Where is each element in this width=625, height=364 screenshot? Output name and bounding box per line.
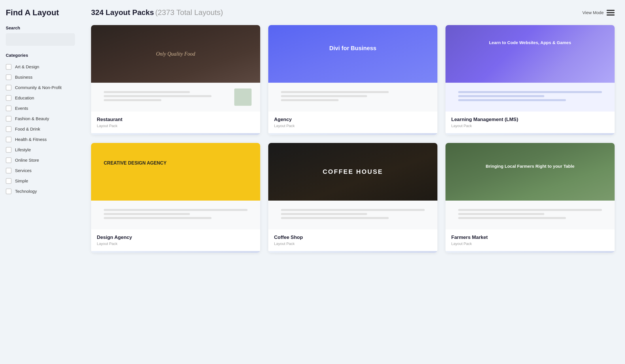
card-info-restaurant: Restaurant Layout Pack [91,112,260,133]
card-thumb-image-agency [268,25,437,83]
search-input[interactable] [6,33,75,46]
category-checkbox-fashion-beauty[interactable] [6,116,12,122]
category-checkbox-business[interactable] [6,74,12,80]
category-label-fashion-beauty: Fashion & Beauty [15,116,49,122]
category-label-lifestyle: Lifestyle [15,147,31,153]
card-subtitle-restaurant: Layout Pack [97,124,254,128]
category-label-art-design: Art & Design [15,64,39,70]
category-item-business[interactable]: Business [6,72,75,82]
preview-lines [104,91,248,103]
card-subtitle-coffee-shop: Layout Pack [274,242,432,246]
category-item-fashion-beauty[interactable]: Fashion & Beauty [6,114,75,124]
preview-img-small [234,88,252,106]
preview-line [281,213,367,215]
category-label-community-non-profit: Community & Non-Profit [15,85,62,90]
category-label-business: Business [15,74,33,80]
category-checkbox-health-fitness[interactable] [6,137,12,142]
categories-list: Art & Design Business Community & Non-Pr… [6,62,75,197]
card-bottom-accent [91,133,260,135]
category-item-technology[interactable]: Technology [6,186,75,197]
view-mode-button[interactable]: View Mode [582,10,615,16]
card-thumb-image-design-agency [91,143,260,201]
category-checkbox-events[interactable] [6,105,12,111]
card-title-coffee-shop: Coffee Shop [274,235,432,240]
category-item-events[interactable]: Events [6,103,75,114]
card-subtitle-agency: Layout Pack [274,124,432,128]
category-item-art-design[interactable]: Art & Design [6,62,75,72]
card-design-agency[interactable]: Design Agency Layout Pack [91,143,260,253]
category-label-services: Services [15,168,32,173]
category-item-food-drink[interactable]: Food & Drink [6,124,75,134]
preview-line [458,213,544,215]
preview-lines [104,209,248,221]
card-preview-restaurant [91,83,260,112]
preview-line [458,91,602,93]
category-label-health-fitness: Health & Fitness [15,137,47,142]
preview-line [104,99,161,101]
category-label-food-drink: Food & Drink [15,126,40,132]
card-thumbnail-lms [445,25,615,83]
card-farmers-market[interactable]: Farmers Market Layout Pack [445,143,615,253]
preview-line [281,91,389,93]
category-item-online-store[interactable]: Online Store [6,155,75,165]
card-info-agency: Agency Layout Pack [268,112,437,133]
preview-lines [458,209,602,221]
category-checkbox-art-design[interactable] [6,64,12,70]
card-coffee-shop[interactable]: Coffee Shop Layout Pack [268,143,437,253]
layout-count: 324 Layout Packs [91,8,154,17]
card-bottom-accent [91,251,260,253]
category-item-education[interactable]: Education [6,93,75,103]
preview-line [281,217,389,219]
main-header: 324 Layout Packs (2373 Total Layouts) Vi… [91,8,615,17]
card-bottom-accent [268,133,437,135]
card-thumbnail-agency [268,25,437,83]
card-info-lms: Learning Management (LMS) Layout Pack [445,112,615,133]
preview-line [458,95,544,97]
preview-line [458,217,566,219]
category-checkbox-online-store[interactable] [6,157,12,163]
layout-total: (2373 Total Layouts) [155,8,223,17]
page-title: Find A Layout [6,8,75,17]
category-checkbox-food-drink[interactable] [6,126,12,132]
card-thumb-image-lms [445,25,615,83]
card-title-farmers-market: Farmers Market [451,235,609,240]
preview-line [104,91,190,93]
category-item-simple[interactable]: Simple [6,176,75,186]
view-mode-label: View Mode [582,10,604,15]
category-checkbox-services[interactable] [6,168,12,173]
category-item-community-non-profit[interactable]: Community & Non-Profit [6,82,75,93]
category-checkbox-education[interactable] [6,95,12,101]
preview-line [458,99,566,101]
card-title-restaurant: Restaurant [97,117,254,122]
preview-lines [281,209,425,221]
card-lms[interactable]: Learning Management (LMS) Layout Pack [445,25,615,135]
preview-lines [281,91,425,103]
category-checkbox-technology[interactable] [6,188,12,194]
sidebar: Find A Layout Search Categories Art & De… [0,0,81,364]
card-subtitle-farmers-market: Layout Pack [451,242,609,246]
preview-line [281,99,339,101]
preview-lines [458,91,602,103]
card-title-agency: Agency [274,117,432,122]
card-bottom-accent [445,251,615,253]
card-info-farmers-market: Farmers Market Layout Pack [445,229,615,251]
main-content: 324 Layout Packs (2373 Total Layouts) Vi… [81,0,625,364]
category-checkbox-community-non-profit[interactable] [6,85,12,90]
preview-line [458,209,602,211]
card-thumb-image-restaurant [91,25,260,83]
category-item-health-fitness[interactable]: Health & Fitness [6,134,75,145]
card-agency[interactable]: Agency Layout Pack [268,25,437,135]
card-preview-agency [268,83,437,112]
card-restaurant[interactable]: Restaurant Layout Pack [91,25,260,135]
category-item-lifestyle[interactable]: Lifestyle [6,145,75,155]
category-label-simple: Simple [15,178,28,184]
card-subtitle-lms: Layout Pack [451,124,609,128]
preview-line [281,95,367,97]
category-item-services[interactable]: Services [6,165,75,176]
category-checkbox-simple[interactable] [6,178,12,184]
preview-line [104,213,190,215]
card-info-design-agency: Design Agency Layout Pack [91,229,260,251]
category-checkbox-lifestyle[interactable] [6,147,12,153]
category-label-technology: Technology [15,188,37,194]
categories-label: Categories [6,53,75,58]
